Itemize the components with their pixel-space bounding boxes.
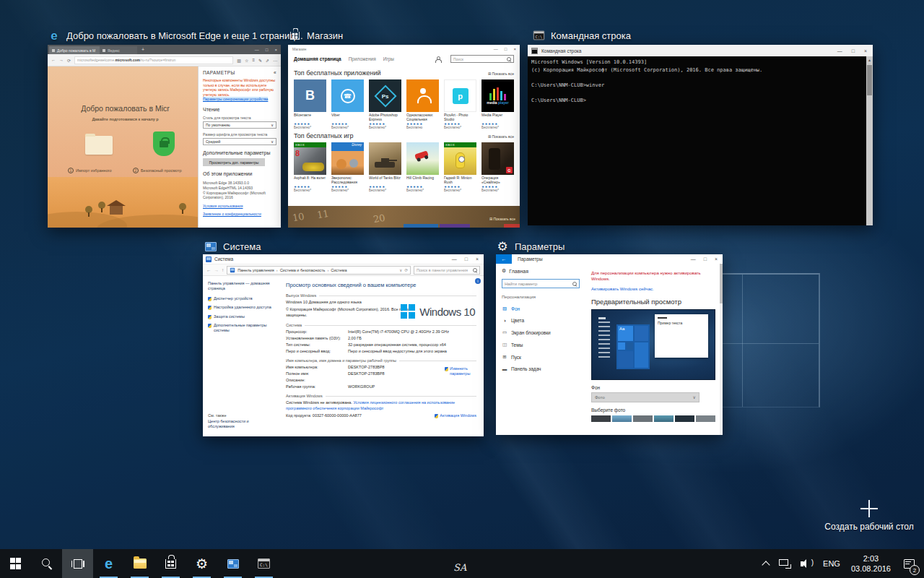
gear-icon: ⚙ (496, 240, 509, 253)
system-tray: ) ENG 2:0303.08.2016 2 (758, 549, 924, 578)
speaker-icon: ) (801, 559, 813, 569)
import-favorites-caption: 1Импорт избранного (68, 168, 112, 173)
activate-windows-link: Активация Windows (435, 413, 476, 418)
edition-name: Windows 10 Домашняя для одного языка (286, 300, 416, 305)
settings-main-pane: Для персонализации компьютера нужно акти… (585, 264, 719, 435)
colors-icon: ◑ (502, 318, 507, 323)
photoshop-express-app-tile: Ps (369, 79, 401, 112)
not-activated-text: Система Windows не активирована. (286, 400, 352, 405)
edge-icon: e (105, 556, 113, 571)
scrollbar (720, 264, 723, 435)
favorites-star-icon: ☆ (245, 58, 248, 63)
system-window-title: Система (214, 256, 233, 262)
odnoklassniki-app-tile (406, 79, 439, 112)
remote-access-link: Настройка удаленного доступа (208, 305, 274, 310)
device-manager-link: Диспетчер устройств (208, 296, 274, 301)
start-tiles-art: Aa (616, 324, 650, 369)
clock[interactable]: 2:0303.08.2016 (845, 549, 897, 578)
activation-section-heading: Активация Windows (286, 394, 323, 398)
system-section-heading: Система (286, 323, 302, 327)
volume-button[interactable]: ) (796, 549, 818, 578)
shield-icon (435, 414, 438, 418)
taskbar-system-button[interactable] (217, 549, 248, 578)
picsart-app-tile: p (444, 79, 476, 112)
create-desktop-button[interactable]: Создать рабочий стол (817, 500, 921, 532)
forward-icon: → (59, 58, 64, 62)
preview-heading: Предварительный просмотр (591, 298, 716, 306)
background-label: Фон (591, 385, 716, 390)
safe-browsing-caption: 2Безопасный просмотр (133, 168, 182, 173)
sidebar-item-themes: ◫Темы (502, 342, 585, 348)
back-icon: ← (51, 58, 56, 62)
shield-lock-illustration (153, 131, 175, 156)
search-button[interactable] (31, 549, 62, 578)
top-free-games-heading: Топ бесплатных игр (294, 132, 354, 139)
info-row: Рабочая группа:WORKGROUP (286, 384, 476, 389)
edge-settings-panel: ПАРАМЕТРЫ« Некоторые компоненты Windows … (198, 66, 281, 228)
car-art (414, 150, 429, 160)
show-hidden-icons-button[interactable] (758, 549, 774, 578)
gear-icon: ⚙ (196, 557, 208, 571)
minion-art (456, 152, 465, 168)
shield-icon (445, 367, 448, 371)
panel-title: ПАРАМЕТРЫ (203, 70, 235, 75)
choose-photo-label: Выберите фото (591, 407, 716, 413)
command-prompt-icon (531, 48, 538, 54)
security-center-link: Центр безопасности и обслуживания (208, 419, 273, 429)
minimize-icon: — (255, 48, 259, 52)
start-button[interactable] (0, 549, 31, 578)
language-indicator[interactable]: ENG (818, 549, 845, 578)
edge-tab-welcome: Добро пожаловать в М (49, 46, 100, 54)
back-icon: ← (206, 267, 212, 272)
gear-icon: ⚙ (502, 268, 506, 274)
car-art (302, 163, 324, 171)
activate-now-link: Активировать Windows сейчас. (591, 287, 716, 291)
control-panel-home-link: Панель управления — домашняя страница (208, 281, 274, 291)
taskbar-settings-button[interactable]: ⚙ (186, 549, 217, 578)
taskbar-cmd-button[interactable]: C:\ (248, 549, 279, 578)
task-view-system-thumbnail[interactable]: Система — □ × ← → ↑ Панель управления› С… (203, 254, 484, 436)
viber-app-tile: ☎ (331, 79, 364, 112)
system-sidebar: Панель управления — домашняя страница Ди… (203, 277, 277, 436)
create-desktop-label: Создать рабочий стол (817, 522, 921, 532)
windows-logo-icon (10, 558, 22, 569)
shield-icon (208, 306, 212, 310)
info-row: Процессор:Intel(R) Core(TM) i7-4700MQ CP… (286, 329, 476, 334)
system-icon (204, 240, 217, 253)
account-notice: Некоторые компоненты Windows доступны то… (203, 78, 276, 97)
action-center-button[interactable]: 2 (897, 549, 921, 578)
task-view-edge-thumbnail[interactable]: Добро пожаловать в М Яндекс + — □ × ← → … (48, 45, 281, 228)
taskbar-edge-button[interactable]: e (93, 549, 124, 578)
control-panel-icon (230, 267, 235, 272)
vk-app-tile: В (294, 79, 326, 112)
collapse-panel-icon: « (274, 70, 276, 75)
network-button[interactable] (774, 549, 796, 578)
sample-window-art: Пример текста (655, 314, 708, 358)
maximize-icon: □ (704, 256, 707, 262)
web-note-icon: ✎ (258, 58, 262, 63)
app-caption: Adobe Photoshop Express★★★★★Бесплатно* (369, 113, 401, 129)
see-also-heading: См. также (208, 413, 226, 418)
edge-welcome-page: Добро пожаловать в Micr Давайте подготов… (48, 66, 198, 228)
breadcrumb: Панель управления› Система и безопасност… (227, 266, 411, 275)
edition-copyright: © Корпорация Майкрософт (Microsoft Corpo… (286, 307, 416, 318)
task-view-store-thumbnail[interactable]: Магазин — □ × Домашняя страница Приложен… (288, 45, 520, 228)
task-view-settings-thumbnail[interactable]: ← Параметры — □ × ⚙Главная Найти парамет… (496, 254, 723, 435)
edge-thumbnail-title: Добро пожаловать в Microsoft Edge и еще … (66, 30, 303, 41)
taskbar-store-button[interactable] (155, 549, 186, 578)
shield-icon (208, 324, 212, 328)
shield-icon (208, 297, 212, 301)
windows-10-logo: Windows 10 (401, 304, 475, 319)
game-caption: Зверополис: Расследования Блю★★★★★Беспла… (331, 176, 364, 192)
reading-heading: Чтение (203, 107, 276, 112)
refresh-icon: ⟳ (67, 58, 71, 63)
task-view-button[interactable] (62, 549, 93, 578)
task-view-cmd-thumbnail[interactable]: Командная строка — □ × Microsoft Windows… (528, 45, 873, 225)
sample-text: Пример текста (658, 321, 682, 325)
up-icon: ↑ (222, 267, 224, 272)
landscape-illustration (48, 177, 198, 228)
minion-rush-game-tile: XBOX (444, 142, 476, 175)
taskbar-file-explorer-button[interactable] (124, 549, 155, 578)
photo-thumbnails (591, 415, 716, 422)
info-row: Перо и сенсорный ввод:Перо и сенсорный в… (286, 349, 476, 353)
